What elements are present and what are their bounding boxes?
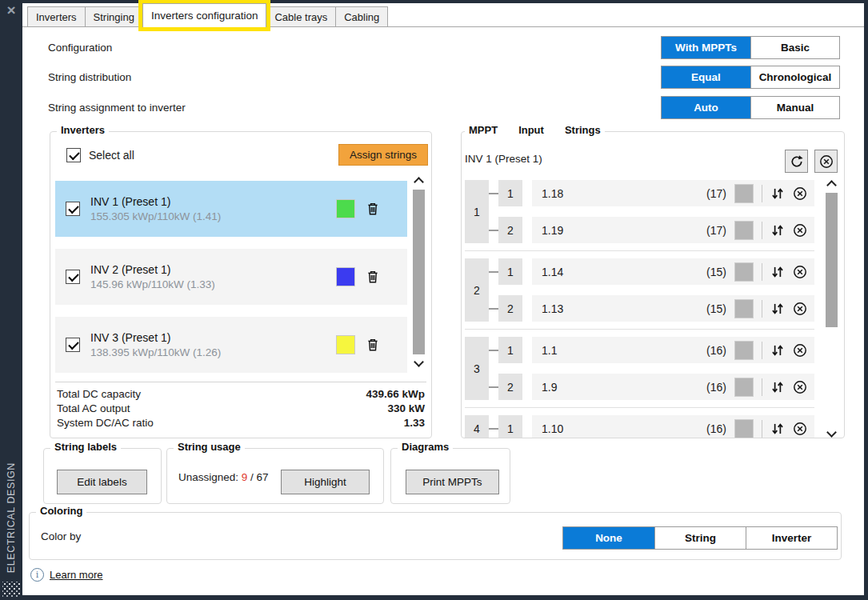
strings-header: Strings (565, 124, 601, 136)
string-color-swatch[interactable] (734, 299, 754, 318)
string-assignment-row: 2 1.9 (16) (489, 374, 814, 400)
total-dc-row: Total DC capacity 439.66 kWp (57, 387, 425, 401)
input-number: 1 (498, 180, 522, 206)
grip-dots-icon[interactable] (2, 582, 20, 598)
remove-icon[interactable] (793, 186, 807, 201)
basic-button[interactable]: Basic (750, 37, 839, 58)
panel-content: Inverters Stringing Inverters configurat… (22, 3, 864, 595)
inverter-color-swatch[interactable] (336, 199, 355, 218)
scrollbar-thumb[interactable] (413, 190, 425, 354)
connector-dash (489, 193, 498, 194)
select-all-checkbox[interactable] (66, 148, 81, 162)
swap-icon[interactable] (770, 302, 785, 316)
tab-cabling[interactable]: Cabling (335, 6, 388, 26)
remove-icon[interactable] (793, 343, 807, 358)
mppt-inverter-label: INV 1 (Preset 1) (465, 153, 542, 165)
mppt-group-2: 2 1 1.14 (15) (465, 258, 814, 322)
swap-icon[interactable] (770, 422, 785, 436)
color-string-button[interactable]: String (654, 527, 746, 549)
inverter-row-2[interactable]: INV 2 (Preset 1) 145.96 kWp/110kW (1.33) (55, 249, 407, 305)
tab-inverters[interactable]: Inverters (27, 6, 86, 26)
string-row[interactable]: 1.18 (17) (532, 180, 814, 206)
string-name: 1.10 (542, 422, 698, 435)
assign-strings-button[interactable]: Assign strings (338, 144, 428, 166)
string-color-swatch[interactable] (734, 341, 754, 360)
highlight-button[interactable]: Highlight (281, 470, 370, 494)
scroll-down-icon[interactable] (414, 357, 424, 367)
unassigned-total: / 67 (250, 471, 269, 483)
swap-icon[interactable] (770, 380, 785, 394)
inverter-color-swatch[interactable] (336, 335, 355, 354)
diagrams-group: Diagrams Print MPPTs (390, 448, 510, 504)
color-none-button[interactable]: None (563, 527, 654, 549)
trash-icon[interactable] (366, 202, 380, 216)
swap-icon[interactable] (770, 186, 785, 201)
string-color-swatch[interactable] (734, 184, 754, 203)
inverter-1-checkbox[interactable] (66, 202, 80, 216)
swap-icon[interactable] (770, 223, 785, 238)
remove-icon[interactable] (793, 302, 807, 316)
remove-icon[interactable] (793, 223, 807, 238)
connector-dash (489, 230, 498, 231)
string-row[interactable]: 1.1 (16) (532, 337, 814, 363)
string-row[interactable]: 1.13 (15) (532, 295, 814, 322)
scroll-up-icon[interactable] (826, 180, 837, 190)
auto-button[interactable]: Auto (662, 97, 750, 118)
trash-icon[interactable] (366, 338, 380, 352)
palette-title: ELECTRICAL DESIGN (6, 462, 17, 573)
refresh-button[interactable] (785, 150, 808, 173)
string-row[interactable]: 1.10 (16) (532, 415, 814, 438)
swap-icon[interactable] (770, 343, 785, 358)
setting-row-configuration: Configuration With MPPTs Basic (48, 36, 840, 59)
string-row[interactable]: 1.19 (17) (532, 217, 814, 243)
string-color-swatch[interactable] (734, 419, 754, 438)
remove-icon[interactable] (793, 265, 807, 279)
chronological-button[interactable]: Chronological (750, 66, 839, 88)
string-assignment-row: 1 1.10 (16) (489, 415, 814, 438)
inverter-name: INV 2 (Preset 1) (90, 263, 215, 276)
with-mppts-button[interactable]: With MPPTs (662, 37, 750, 58)
scroll-up-icon[interactable] (414, 177, 424, 187)
scrollbar-thumb[interactable] (826, 193, 838, 327)
unassigned-label: Unassigned: (178, 471, 238, 483)
mppt-number: 2 (465, 258, 489, 322)
tab-stringing[interactable]: Stringing (85, 6, 143, 26)
tab-inverters-configuration[interactable]: Inverters configuration (142, 3, 267, 27)
equal-button[interactable]: Equal (662, 66, 750, 88)
close-icon[interactable]: × (0, 2, 22, 19)
string-row[interactable]: 1.14 (15) (532, 258, 814, 285)
tab-cable-trays[interactable]: Cable trays (266, 6, 336, 26)
scroll-down-icon[interactable] (826, 427, 837, 438)
unassign-all-button[interactable] (814, 150, 838, 173)
inverter-color-swatch[interactable] (336, 267, 355, 286)
color-by-toggle: None String Inverter (562, 526, 838, 550)
mppt-number: 1 (465, 180, 489, 243)
totals-divider (55, 382, 426, 382)
row-divider (762, 420, 762, 438)
manual-button[interactable]: Manual (750, 97, 839, 118)
inverter-2-checkbox[interactable] (66, 270, 80, 284)
inverter-row-1[interactable]: INV 1 (Preset 1) 155.305 kWp/110kW (1.41… (55, 181, 407, 237)
color-inverter-button[interactable]: Inverter (746, 527, 837, 549)
mppt-list-scrollbar[interactable] (823, 180, 839, 438)
trash-icon[interactable] (366, 270, 380, 284)
swap-icon[interactable] (770, 265, 785, 279)
string-color-swatch[interactable] (734, 378, 754, 397)
group-separator (465, 250, 814, 251)
string-labels-group: String labels Edit labels (43, 448, 162, 504)
string-color-swatch[interactable] (734, 221, 754, 240)
string-row[interactable]: 1.9 (16) (532, 374, 814, 400)
string-color-swatch[interactable] (734, 262, 754, 282)
total-ac-value: 330 kW (387, 402, 425, 414)
remove-icon[interactable] (793, 380, 807, 394)
connector-dash (489, 350, 498, 351)
inverter-row-3[interactable]: INV 3 (Preset 1) 138.395 kWp/110kW (1.26… (55, 317, 407, 373)
learn-more-link[interactable]: Learn more (50, 569, 102, 581)
string-usage-group: String usage Unassigned: 9 / 67 Highligh… (166, 448, 384, 504)
edit-labels-button[interactable]: Edit labels (57, 470, 147, 494)
remove-icon[interactable] (793, 422, 807, 436)
inverter-list-scrollbar[interactable] (410, 177, 426, 367)
mppt-number: 3 (465, 337, 489, 400)
print-mppts-button[interactable]: Print MPPTs (406, 470, 499, 494)
inverter-3-checkbox[interactable] (66, 338, 80, 352)
